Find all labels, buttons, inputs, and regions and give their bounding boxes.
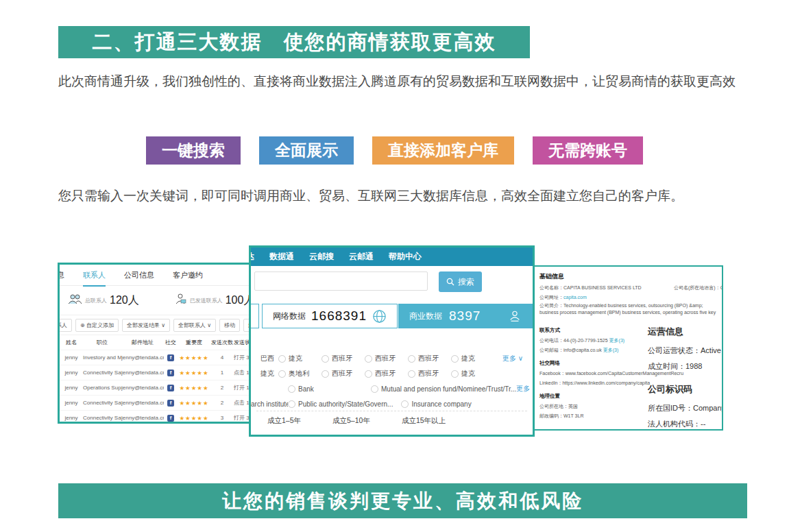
more-link[interactable]: 更多 ∨ <box>502 354 523 363</box>
contacts-table: 姓名 职位 邮件地址 社交 重要度 发送次数 发送状态 jenny Invest… <box>60 335 249 424</box>
nav-item-cloud-mail-search[interactable]: 云邮搜 <box>309 251 334 263</box>
facebook-icon[interactable]: f <box>167 415 174 422</box>
feature-badge-no-account-switch: 无需跨账号 <box>533 136 643 165</box>
email-more-link[interactable]: 更多(3) <box>603 348 619 352</box>
search-button[interactable]: 搜索 <box>439 271 482 292</box>
top-nav: 达 数据通 云邮搜 云邮通 帮助中心 <box>251 247 533 266</box>
filter-option[interactable]: 西班牙 <box>365 354 408 363</box>
band-edge-box <box>250 304 259 328</box>
filter-option-label: Bank <box>298 385 314 393</box>
nav-item-partial[interactable]: 达 <box>249 251 254 263</box>
nav-item-help-center[interactable]: 帮助中心 <box>389 251 422 263</box>
nav-item-cloud-mail[interactable]: 云邮通 <box>349 251 374 263</box>
cell-social: f <box>164 354 178 361</box>
footer-banner: 让您的销售谈判更专业、高效和低风险 <box>58 483 747 518</box>
filter-option[interactable]: 捷克 <box>451 354 494 363</box>
table-row[interactable]: jenny Operations Super... jenny@tendata.… <box>60 380 249 395</box>
toolbar-dropdown-send-result[interactable]: 全部发送结果 ∨ <box>122 319 170 332</box>
stat-label: 已发送联系人 <box>190 297 223 304</box>
phone-more-link[interactable]: 更多(3) <box>609 338 625 343</box>
years-option-15plus[interactable]: 成立15年以上 <box>402 416 446 426</box>
cell-name: jenny <box>60 354 83 361</box>
checkbox-icon[interactable] <box>408 370 415 378</box>
facebook-icon[interactable]: f <box>167 385 174 391</box>
cell-send-count: 4 <box>210 354 234 361</box>
country-id: 所在国ID号：Company nu <box>648 404 723 413</box>
search-button-label: 搜索 <box>458 276 474 288</box>
contacts-toolbar: 系人 ⊕ 自定义添加 全部发送结果 ∨ 全部联系人 ∨ 移动 删除 导出到 <box>60 315 249 335</box>
facebook-icon[interactable]: f <box>167 400 174 407</box>
tab-company-info[interactable]: 公司信息 <box>124 270 154 280</box>
checkbox-icon[interactable] <box>371 385 378 393</box>
company-status: 公司运营状态：Active <box>648 346 723 355</box>
toolbar-button-custom-add[interactable]: ⊕ 自定义添加 <box>75 319 119 332</box>
filter-option[interactable]: Insurance company <box>401 400 471 408</box>
facebook-icon[interactable]: f <box>167 370 174 376</box>
checkbox-icon[interactable] <box>278 355 286 363</box>
checkbox-icon[interactable] <box>451 355 459 363</box>
stat-value: 100人 <box>226 293 251 308</box>
col-importance: 重要度 <box>178 339 210 346</box>
filter-lead-partial[interactable]: arch institute <box>251 400 288 408</box>
feature-badges-row: 一键搜索 全面展示 直接添加客户库 无需跨账号 <box>0 136 789 165</box>
table-row[interactable]: jenny Connectivity Sake... jenny@tendata… <box>60 395 249 410</box>
toolbar-dropdown-all-contacts[interactable]: 全部联系人 ∨ <box>173 319 216 332</box>
search-icon <box>446 278 454 286</box>
checkbox-icon[interactable] <box>321 370 329 378</box>
stat-total-contacts: 总联系人 120人 <box>68 293 139 308</box>
checkbox-icon[interactable] <box>321 355 329 363</box>
search-input[interactable] <box>254 271 428 291</box>
toolbar-button-partial[interactable]: 系人 <box>58 319 72 332</box>
filter-option[interactable]: 西班牙 <box>408 354 451 363</box>
importance-stars: ★★★★★ <box>178 354 210 361</box>
website-link[interactable]: capita.com <box>563 295 587 300</box>
filter-option-label: 西班牙 <box>332 369 352 378</box>
filter-lead[interactable]: 巴西 <box>251 354 278 363</box>
stat-sent-contacts: 已发送联系人 100人 <box>175 293 251 308</box>
filter-option[interactable]: Public authority/State/Govern... <box>288 400 393 408</box>
col-title: 职位 <box>83 339 121 346</box>
checkbox-icon[interactable] <box>365 355 372 363</box>
filter-option[interactable]: Mutual and pension fund/Nominee/Trust/Tr… <box>371 385 516 393</box>
business-data-label: 商业数据 <box>409 311 442 322</box>
facebook-icon[interactable]: f <box>167 354 174 361</box>
cell-name: jenny <box>60 415 83 421</box>
more-link[interactable]: 更多 ∨ <box>516 384 535 394</box>
years-option-5-10[interactable]: 成立5–10年 <box>332 416 370 426</box>
feature-badge-add-customer: 直接添加客户库 <box>372 136 514 165</box>
tab-contacts[interactable]: 联系人 <box>83 270 106 280</box>
table-row[interactable]: jenny Connectivity Sake... jenny@tendata… <box>60 365 249 380</box>
cell-email: jenny@tendata.cn <box>121 354 164 361</box>
filter-option[interactable]: 西班牙 <box>321 369 365 378</box>
company-website-row: 公司网址：capita.com <box>539 294 587 301</box>
cell-title: Operations Super... <box>83 385 121 391</box>
toolbar-button-move[interactable]: 移动 <box>219 319 240 332</box>
filter-option[interactable]: 捷克 <box>451 369 494 378</box>
filter-option[interactable]: 西班牙 <box>321 354 365 363</box>
filter-option[interactable]: 奥地利 <box>278 369 321 378</box>
checkbox-icon[interactable] <box>365 370 372 378</box>
checkbox-icon[interactable] <box>278 370 286 378</box>
filter-lead[interactable]: 捷克 <box>251 369 278 378</box>
filter-option[interactable]: Bank <box>288 385 371 393</box>
table-row[interactable]: jenny Investory and ME... jenny@tendata.… <box>60 350 249 365</box>
checkbox-icon[interactable] <box>451 370 459 378</box>
filter-option[interactable]: 西班牙 <box>408 369 451 378</box>
filter-option[interactable]: 捷克 <box>278 354 321 363</box>
web-data-box[interactable]: 网络数据 1668391 <box>262 304 398 328</box>
filter-option[interactable]: 西班牙 <box>365 369 408 378</box>
business-data-box[interactable]: 商业数据 8397 <box>398 304 533 328</box>
tab-customer-invite[interactable]: 客户邀约 <box>173 270 203 280</box>
checkbox-icon[interactable] <box>401 400 409 408</box>
filter-option-label: 西班牙 <box>418 369 439 378</box>
checkbox-icon[interactable] <box>288 400 295 408</box>
basic-info-header: 基础信息 <box>539 272 564 281</box>
checkbox-icon[interactable] <box>288 385 295 393</box>
nav-item-data-service[interactable]: 数据通 <box>269 251 294 263</box>
table-row[interactable]: jenny Connectivity Sake... jenny@tendata… <box>60 410 249 424</box>
col-email: 邮件地址 <box>121 339 164 346</box>
cell-social: f <box>164 415 178 422</box>
years-option-1-5[interactable]: 成立1–5年 <box>267 416 301 426</box>
checkbox-icon[interactable] <box>408 355 415 363</box>
tab-partial[interactable]: 息 <box>58 270 64 280</box>
